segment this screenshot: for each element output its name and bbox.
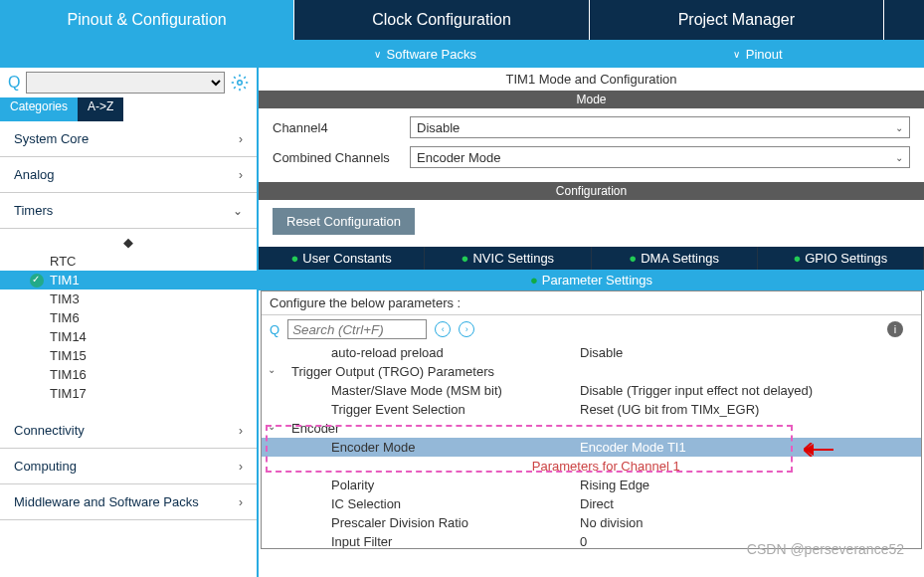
chevron-right-icon: › [239, 168, 243, 182]
tab-extra[interactable] [884, 0, 924, 40]
parameters-area: Configure the below parameters : Q ‹ › i… [261, 290, 922, 549]
check-icon: ● [290, 251, 298, 266]
tab-gpio-settings[interactable]: ●GPIO Settings [758, 247, 924, 270]
tab-categories[interactable]: Categories [0, 97, 78, 121]
content-panel: TIM1 Mode and Configuration Mode Channel… [259, 68, 924, 577]
chevron-down-icon: ⌄ [262, 421, 281, 436]
chevron-right-icon: › [239, 132, 243, 146]
category-timers[interactable]: Timers⌄ [0, 193, 257, 229]
parameters-instruction: Configure the below parameters : [262, 291, 921, 315]
channel4-select[interactable]: Disable⌄ [410, 116, 910, 138]
configuration-header: Configuration [259, 182, 924, 200]
timer-tim14[interactable]: TIM14 [0, 327, 257, 346]
param-trigger-event[interactable]: Trigger Event SelectionReset (UG bit fro… [262, 400, 921, 419]
svg-point-0 [238, 81, 243, 86]
timer-tim15[interactable]: TIM15 [0, 346, 257, 365]
timer-rtc[interactable]: RTC [0, 252, 257, 271]
gear-icon[interactable] [231, 74, 249, 92]
sub-toolbar: ∨ Software Packs ∨ Pinout [0, 40, 924, 68]
category-computing[interactable]: Computing› [0, 449, 257, 484]
timer-tim3[interactable]: TIM3 [0, 289, 257, 308]
timer-tim17[interactable]: TIM17 [0, 384, 257, 403]
param-msm[interactable]: Master/Slave Mode (MSM bit)Disable (Trig… [262, 381, 921, 400]
group-trgo[interactable]: ⌄Trigger Output (TRGO) Parameters [262, 362, 921, 381]
tab-nvic-settings[interactable]: ●NVIC Settings [425, 247, 591, 270]
chevron-down-icon: ⌄ [233, 204, 243, 218]
next-result-button[interactable]: › [459, 321, 474, 337]
chevron-down-icon: ⌄ [262, 364, 281, 379]
timers-sublist: ◆ RTC TIM1 TIM3 TIM6 TIM14 TIM15 TIM16 T… [0, 229, 257, 413]
sidebar: Q Categories A->Z System Core› Analog› T… [0, 68, 259, 577]
info-icon[interactable]: i [887, 321, 903, 337]
category-middleware[interactable]: Middleware and Software Packs› [0, 484, 257, 520]
pin-icon[interactable]: ◆ [0, 233, 257, 252]
chevron-down-icon: ∨ [374, 49, 381, 60]
param-polarity[interactable]: PolarityRising Edge [262, 476, 921, 494]
combined-channels-select[interactable]: Encoder Mode⌄ [410, 146, 910, 168]
search-icon: Q [8, 74, 20, 92]
check-icon: ● [629, 251, 637, 266]
config-tabs: ●User Constants ●NVIC Settings ●DMA Sett… [259, 247, 924, 270]
search-icon: Q [270, 322, 279, 337]
tab-clock-config[interactable]: Clock Configuration [294, 0, 589, 40]
category-analog[interactable]: Analog› [0, 157, 257, 193]
timer-tim1[interactable]: TIM1 [0, 271, 257, 289]
tab-user-constants[interactable]: ●User Constants [259, 247, 425, 270]
chevron-down-icon: ⌄ [895, 122, 903, 133]
tab-project-manager[interactable]: Project Manager [590, 0, 884, 40]
tab-parameter-settings[interactable]: ●Parameter Settings [259, 270, 924, 290]
dropdown-software-packs[interactable]: ∨ Software Packs [259, 40, 592, 68]
annotation-arrow-icon [804, 443, 833, 457]
software-packs-label: Software Packs [387, 47, 476, 62]
chevron-right-icon: › [239, 424, 243, 438]
parameter-list[interactable]: auto-reload preloadDisable ⌄Trigger Outp… [262, 343, 921, 548]
content-title: TIM1 Mode and Configuration [259, 68, 924, 91]
category-connectivity[interactable]: Connectivity› [0, 413, 257, 449]
group-channel1-params: Parameters for Channel 1 [262, 457, 921, 476]
param-ic-selection[interactable]: IC SelectionDirect [262, 494, 921, 513]
category-system-core[interactable]: System Core› [0, 121, 257, 157]
check-icon: ● [793, 251, 801, 266]
chevron-down-icon: ∨ [733, 49, 740, 60]
dropdown-pinout[interactable]: ∨ Pinout [592, 40, 925, 68]
param-input-filter[interactable]: Input Filter0 [262, 532, 921, 548]
channel4-label: Channel4 [273, 120, 402, 135]
parameter-search-input[interactable] [287, 319, 427, 339]
check-icon: ● [462, 251, 469, 266]
timer-tim16[interactable]: TIM16 [0, 365, 257, 384]
prev-result-button[interactable]: ‹ [435, 321, 451, 337]
reset-configuration-button[interactable]: Reset Configuration [273, 208, 415, 235]
chevron-down-icon: ⌄ [895, 152, 903, 163]
tab-a-to-z[interactable]: A->Z [78, 97, 123, 121]
chevron-right-icon: › [239, 460, 243, 474]
timer-tim6[interactable]: TIM6 [0, 308, 257, 327]
main-tabs: Pinout & Configuration Clock Configurati… [0, 0, 924, 40]
check-icon [30, 274, 44, 288]
search-select[interactable] [26, 72, 225, 94]
param-auto-reload[interactable]: auto-reload preloadDisable [262, 343, 921, 362]
tab-pinout-config[interactable]: Pinout & Configuration [0, 0, 294, 40]
pinout-label: Pinout [746, 47, 783, 62]
chevron-right-icon: › [239, 495, 243, 509]
param-prescaler[interactable]: Prescaler Division RatioNo division [262, 513, 921, 532]
group-encoder[interactable]: ⌄Encoder [262, 419, 921, 438]
check-icon: ● [530, 273, 538, 288]
mode-header: Mode [259, 91, 924, 108]
tab-dma-settings[interactable]: ●DMA Settings [592, 247, 758, 270]
combined-channels-label: Combined Channels [273, 150, 402, 165]
